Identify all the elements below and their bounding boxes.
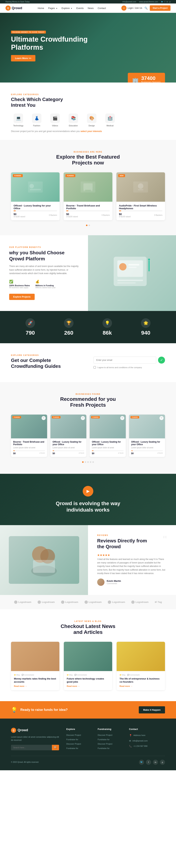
fresh-name: Officed - Luxury Seating for your Office	[131, 441, 163, 446]
guide-email-input[interactable]	[93, 356, 156, 364]
footer-linkedin-icon[interactable]: in	[153, 760, 158, 765]
footer-link[interactable]: Fundraise for	[98, 738, 110, 741]
article-card: 📁 Blog 💬 Comments(0) Money markets rates…	[11, 642, 59, 690]
video-bg	[0, 474, 176, 525]
nav-news[interactable]: News	[88, 7, 94, 9]
footer-link[interactable]: Discover Project	[66, 734, 81, 736]
fresh-dot-4[interactable]	[90, 461, 91, 463]
footer-bottom: © 2023 Qrowd. All rights reserved. 🐦 f i…	[11, 756, 165, 765]
categories-section: EXPLORE CATEGORIES Check Which CategoryI…	[0, 83, 176, 140]
reviewer: Kevin Martin Commenter	[97, 579, 167, 586]
fresh-progress-fill	[92, 451, 93, 451]
fresh-dot-5[interactable]	[92, 461, 94, 463]
footer-link[interactable]: Fundraise for	[98, 747, 110, 749]
nav-pages[interactable]: Pages ▼	[48, 7, 57, 9]
interests-link[interactable]: select your interests	[81, 130, 102, 132]
fresh-meta: $0 of $100	[92, 452, 123, 455]
fresh-raised: $0	[92, 452, 94, 455]
project-backers: 0 Backers	[101, 214, 110, 216]
category-education[interactable]: 📚 Education	[66, 114, 81, 127]
footer-link[interactable]: Discover Project	[98, 743, 112, 745]
topbar-website[interactable]: www.qrowd.theme.com	[139, 1, 158, 3]
category-medical[interactable]: 🏥 Medical	[102, 114, 117, 127]
video-play-button[interactable]: ▶	[83, 486, 93, 497]
footer-link[interactable]: Discover Project	[98, 734, 112, 736]
article-image	[64, 642, 112, 671]
article-read-more[interactable]: Read more →	[120, 685, 162, 687]
category-fashion[interactable]: 👗 Fashion	[29, 114, 44, 127]
why-image	[88, 235, 176, 311]
fresh-sub: of $100	[157, 452, 163, 455]
fresh-tag: Funded	[130, 416, 139, 418]
article-meta: 📁 Blog 💬 Comments(0)	[14, 674, 56, 676]
nav-user[interactable]: U Login / Join Us	[121, 5, 142, 11]
categories-title: Check Which CategoryIntrest You	[11, 97, 165, 108]
topbar-email[interactable]: info@qrowd.com	[122, 1, 136, 3]
fresh-body: Officed - Luxury Seating for your Office…	[129, 438, 165, 457]
fresh-dot-3[interactable]	[87, 461, 89, 463]
favorite-button[interactable]: ♡	[159, 416, 164, 420]
favorite-button[interactable]: ♡	[41, 416, 46, 420]
footer-facebook-icon[interactable]: f	[146, 760, 151, 765]
article-read-more[interactable]: Read more →	[67, 685, 109, 687]
fresh-header: BUSINESSES FOUND Recommended for youFres…	[11, 393, 165, 408]
footer-twitter-icon[interactable]: 🐦	[139, 760, 144, 765]
fresh-desc: Lorem ipsum dolor sit amet	[92, 446, 123, 449]
project-raised: $0 of $100 raised	[66, 213, 78, 218]
fresh-dot-1[interactable]	[82, 461, 84, 463]
topbar-left: Raising Money to Save Today	[5, 1, 30, 3]
project-progress-fill	[13, 211, 16, 211]
article-category: 📁 Blog	[120, 674, 125, 676]
article-meta: 📁 Blog 💬 Comments(0)	[120, 674, 162, 676]
logo-4: Logodream	[85, 600, 102, 604]
explore-projects-button[interactable]: Explore Projects	[9, 294, 35, 300]
category-technology[interactable]: 💻 Technology	[11, 114, 26, 127]
article-title: Money markets rates finding the best acc…	[14, 677, 56, 684]
guide-checkbox-input[interactable]	[93, 366, 96, 369]
guide-checkbox-label[interactable]: I agree to all terms and conditions of t…	[93, 366, 165, 369]
start-project-button[interactable]: Start a Project	[150, 5, 171, 11]
favorite-button[interactable]: ♡	[120, 416, 124, 420]
nav-home[interactable]: Home	[38, 7, 44, 9]
facebook-icon[interactable]: f	[165, 1, 165, 3]
pinterest-icon[interactable]: p	[169, 1, 171, 3]
project-raised-amount: $0	[119, 213, 130, 216]
fresh-meta: $0 of $100	[131, 452, 163, 455]
guide-submit-button[interactable]: ✓	[158, 356, 165, 364]
fresh-card: Funded ♡ Officed - Luxury Seating for yo…	[129, 414, 165, 457]
why-stats: ✅ 100% Business Rates All business rates…	[9, 280, 79, 288]
search-icon[interactable]: 🔍	[144, 7, 148, 9]
technology-icon: 💻	[13, 114, 23, 123]
article-read-more[interactable]: Read more →	[14, 685, 56, 687]
projects-dots	[11, 225, 165, 226]
cta-button[interactable]: Make it Happen	[139, 706, 165, 713]
favorite-button[interactable]: ♡	[81, 416, 85, 420]
dot-1[interactable]	[86, 225, 87, 226]
footer-pinterest-icon[interactable]: p	[160, 760, 165, 765]
nav-events[interactable]: Events	[76, 7, 84, 9]
instagram-icon[interactable]: in	[167, 1, 168, 3]
category-videos[interactable]: 🎬 Videos	[48, 114, 62, 127]
dot-2[interactable]	[89, 225, 90, 226]
svg-point-18	[148, 258, 150, 260]
design-icon: 🎨	[87, 114, 96, 123]
footer-link[interactable]: Fundraise for	[66, 747, 78, 749]
nav-explore[interactable]: Explore ▼	[62, 7, 72, 9]
nav-logo[interactable]: Q Qrowd	[5, 5, 22, 11]
why-illustration	[108, 246, 156, 301]
project-raised: $0 of $100 raised	[13, 213, 25, 218]
hero-cta-button[interactable]: Learn More >>	[11, 55, 35, 61]
project-progress-bar	[13, 211, 57, 211]
footer-link[interactable]: Fundraise for	[66, 738, 78, 741]
fresh-dot-2[interactable]	[85, 461, 86, 463]
footer-search-button[interactable]: 🔍	[52, 745, 59, 750]
svg-rect-15	[117, 280, 143, 281]
footer-link[interactable]: Discover Project	[66, 743, 81, 745]
nav-contact[interactable]: Contact	[98, 7, 106, 9]
category-design[interactable]: 🎨 Design	[84, 114, 99, 127]
footer-search-input[interactable]	[11, 745, 52, 750]
footer-contact-info: 📍 Address here ✉ info@qrowd.com 📞 +1 234…	[129, 734, 165, 748]
svg-rect-13	[128, 264, 139, 266]
twitter-icon[interactable]: 🐦	[161, 1, 163, 3]
project-progress-bar	[66, 211, 110, 211]
